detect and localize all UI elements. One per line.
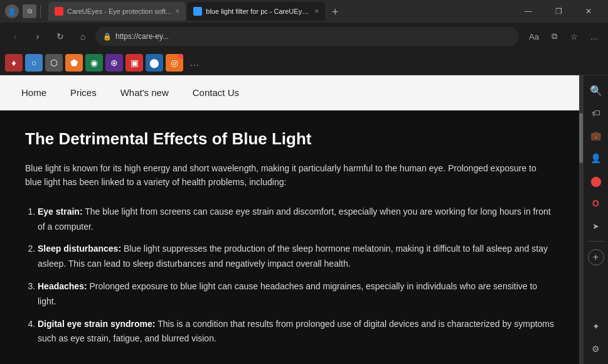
nav-home[interactable]: Home (19, 87, 49, 98)
address-bar[interactable]: 🔒 https://care-ey... (95, 27, 519, 46)
tab1-close-btn[interactable]: × (175, 7, 179, 16)
list-item: Sleep disturbances: Blue light suppresse… (38, 242, 554, 272)
website: Home Prices What's new Contact Us The De… (0, 75, 579, 364)
ext-icon-9[interactable]: ◎ (166, 54, 183, 72)
tab-1[interactable]: CareUEyes - Eye protection soft... × (48, 2, 186, 21)
nav-contact-us[interactable]: Contact Us (190, 87, 242, 98)
tab1-label: CareUEyes - Eye protection soft... (67, 8, 171, 15)
new-tab-button[interactable]: + (326, 3, 344, 21)
nav-prices[interactable]: Prices (68, 87, 99, 98)
lock-icon: 🔒 (103, 33, 112, 41)
tab2-label: blue light filter for pc - CareUEye... (206, 8, 311, 15)
more-button[interactable]: … (585, 28, 603, 45)
site-body: The Detrimental Effects of Blue Light Bl… (0, 110, 579, 364)
profile-icon[interactable]: 👤 (5, 4, 19, 18)
ext-icon-2[interactable]: ○ (25, 54, 43, 72)
sidebar-separator (589, 241, 604, 242)
back-button[interactable]: ‹ (5, 26, 25, 46)
list-item: Eye strain: The blue light from screens … (38, 205, 554, 235)
sidebar-gear-icon[interactable]: ⚙ (586, 339, 606, 359)
ext-icon-3[interactable]: ⬡ (45, 54, 63, 72)
sidebar-person-icon[interactable]: 👤 (586, 148, 606, 168)
tab1-favicon (55, 7, 63, 16)
read-mode-button[interactable]: Aa (525, 28, 543, 45)
list-item: Headaches: Prolonged exposure to blue li… (38, 279, 554, 309)
list-item: Digital eye strain syndrome: This is a c… (38, 317, 554, 347)
divider (40, 5, 41, 18)
maximize-button[interactable]: ❐ (544, 2, 573, 21)
page-title: The Detrimental Effects of Blue Light (25, 129, 554, 149)
sidebar-arrow-icon[interactable]: ➤ (586, 216, 606, 236)
scrollbar[interactable] (579, 75, 583, 364)
browser-frame: 👤 ⧉ CareUEyes - Eye protection soft... ×… (0, 0, 608, 364)
list-item-bold-4: Digital eye strain syndrome: (38, 319, 156, 329)
ext-icon-7[interactable]: ▣ (125, 54, 143, 72)
effects-list: Eye strain: The blue light from screens … (25, 205, 554, 346)
sidebar-tag-icon[interactable]: 🏷 (586, 103, 606, 123)
tabs-area: CareUEyes - Eye protection soft... × blu… (46, 2, 504, 21)
minimize-button[interactable]: — (514, 2, 543, 21)
ext-icon-8[interactable]: ⬤ (146, 54, 163, 72)
sidebar-ai-icon[interactable]: ✦ (586, 316, 606, 336)
page-intro: Blue light is known for its high energy … (25, 161, 554, 190)
list-item-bold-2: Sleep disturbances: (38, 244, 121, 254)
ext-icon-6[interactable]: ⊕ (105, 54, 123, 72)
list-item-text-1: The blue light from screens can cause ey… (38, 206, 551, 232)
extensions-overflow[interactable]: … (186, 54, 203, 72)
scrollbar-thumb[interactable] (579, 113, 583, 163)
sidebar-logo-icon[interactable]: ⬤ (586, 171, 606, 191)
forward-button[interactable]: › (28, 26, 48, 46)
site-nav: Home Prices What's new Contact Us (0, 75, 579, 110)
content-wrapper: Home Prices What's new Contact Us The De… (0, 75, 608, 364)
split-view-button[interactable]: ⧉ (545, 28, 563, 45)
title-bar: 👤 ⧉ CareUEyes - Eye protection soft... ×… (0, 0, 608, 23)
nav-bar: ‹ › ↻ ⌂ 🔒 https://care-ey... Aa ⧉ ☆ … (0, 23, 608, 50)
window-controls: — ❐ ✕ (514, 2, 603, 21)
sidebar-search-icon[interactable]: 🔍 (586, 80, 606, 100)
ext-icon-1[interactable]: ♦ (5, 54, 23, 72)
tab2-close-btn[interactable]: × (314, 7, 319, 16)
list-item-text-3: Prolonged exposure to blue light can cau… (38, 281, 537, 306)
tab2-favicon (193, 7, 202, 16)
nav-whats-new[interactable]: What's new (118, 87, 171, 98)
ext-icon-5[interactable]: ◉ (85, 54, 103, 72)
tab-2[interactable]: blue light filter for pc - CareUEye... × (187, 2, 325, 21)
extensions-bar: ♦ ○ ⬡ ⬟ ◉ ⊕ ▣ ⬤ ◎ … (0, 50, 608, 75)
list-item-bold-3: Headaches: (38, 281, 87, 291)
list-item-bold-1: Eye strain: (38, 206, 83, 217)
tab-group-icon[interactable]: ⧉ (23, 4, 36, 18)
nav-icons: Aa ⧉ ☆ … (525, 28, 603, 45)
sidebar-office-icon[interactable]: O (586, 193, 606, 213)
sidebar-add-button[interactable]: + (588, 249, 604, 265)
close-button[interactable]: ✕ (574, 2, 603, 21)
url-text: https://care-ey... (115, 32, 511, 41)
ext-icon-4[interactable]: ⬟ (65, 54, 83, 72)
sidebar-briefcase-icon[interactable]: 💼 (586, 126, 606, 146)
reload-button[interactable]: ↻ (50, 26, 70, 46)
browser-sidebar: 🔍 🏷 💼 👤 ⬤ O ➤ + ✦ ⚙ (583, 75, 608, 364)
home-button[interactable]: ⌂ (73, 26, 93, 46)
favorites-button[interactable]: ☆ (565, 28, 583, 45)
